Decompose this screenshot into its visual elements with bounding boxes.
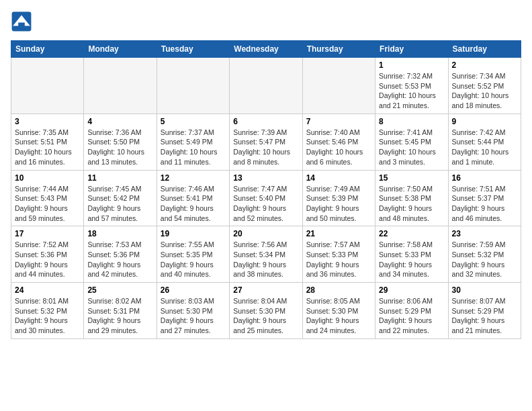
day-number: 8 <box>379 117 444 126</box>
calendar-cell: 28Sunrise: 8:05 AM Sunset: 5:30 PM Dayli… <box>302 283 375 339</box>
day-number: 9 <box>452 117 517 126</box>
logo-icon <box>11 11 32 32</box>
calendar-cell: 16Sunrise: 7:51 AM Sunset: 5:37 PM Dayli… <box>448 170 521 226</box>
day-info: Sunrise: 7:55 AM Sunset: 5:35 PM Dayligh… <box>161 240 226 279</box>
calendar-cell: 15Sunrise: 7:50 AM Sunset: 5:38 PM Dayli… <box>375 170 448 226</box>
calendar-cell <box>157 58 229 114</box>
calendar-cell: 19Sunrise: 7:55 AM Sunset: 5:35 PM Dayli… <box>157 226 229 283</box>
day-info: Sunrise: 7:34 AM Sunset: 5:52 PM Dayligh… <box>452 71 517 111</box>
day-number: 15 <box>379 173 444 183</box>
calendar-cell: 3Sunrise: 7:35 AM Sunset: 5:51 PM Daylig… <box>11 113 84 170</box>
day-info: Sunrise: 8:06 AM Sunset: 5:29 PM Dayligh… <box>379 296 444 336</box>
day-number: 26 <box>161 285 226 295</box>
calendar: SundayMondayTuesdayWednesdayThursdayFrid… <box>11 40 521 339</box>
calendar-cell: 30Sunrise: 8:07 AM Sunset: 5:29 PM Dayli… <box>448 283 521 339</box>
day-info: Sunrise: 7:50 AM Sunset: 5:38 PM Dayligh… <box>379 184 444 224</box>
calendar-cell: 24Sunrise: 8:01 AM Sunset: 5:32 PM Dayli… <box>11 283 84 339</box>
day-number: 16 <box>452 173 517 183</box>
day-number: 1 <box>379 60 444 70</box>
calendar-cell <box>11 58 84 114</box>
calendar-week-1: 3Sunrise: 7:35 AM Sunset: 5:51 PM Daylig… <box>11 113 521 170</box>
day-number: 23 <box>452 229 517 238</box>
calendar-cell: 20Sunrise: 7:56 AM Sunset: 5:34 PM Dayli… <box>230 226 302 283</box>
col-header-sunday: Sunday <box>11 41 84 58</box>
day-number: 19 <box>161 229 226 238</box>
day-number: 24 <box>15 285 80 295</box>
day-number: 17 <box>15 229 80 238</box>
day-number: 22 <box>379 229 444 238</box>
day-number: 29 <box>379 285 444 295</box>
calendar-cell: 12Sunrise: 7:46 AM Sunset: 5:41 PM Dayli… <box>157 170 229 226</box>
day-info: Sunrise: 7:35 AM Sunset: 5:51 PM Dayligh… <box>15 128 80 167</box>
day-info: Sunrise: 7:47 AM Sunset: 5:40 PM Dayligh… <box>233 184 298 224</box>
calendar-cell: 23Sunrise: 7:59 AM Sunset: 5:32 PM Dayli… <box>448 226 521 283</box>
logo <box>11 11 35 32</box>
day-info: Sunrise: 7:51 AM Sunset: 5:37 PM Dayligh… <box>452 184 517 224</box>
day-info: Sunrise: 7:56 AM Sunset: 5:34 PM Dayligh… <box>233 240 298 279</box>
col-header-thursday: Thursday <box>302 41 375 58</box>
day-info: Sunrise: 7:59 AM Sunset: 5:32 PM Dayligh… <box>452 240 517 279</box>
calendar-cell: 17Sunrise: 7:52 AM Sunset: 5:36 PM Dayli… <box>11 226 84 283</box>
calendar-cell: 13Sunrise: 7:47 AM Sunset: 5:40 PM Dayli… <box>230 170 302 226</box>
calendar-cell: 26Sunrise: 8:03 AM Sunset: 5:30 PM Dayli… <box>157 283 229 339</box>
calendar-cell: 18Sunrise: 7:53 AM Sunset: 5:36 PM Dayli… <box>84 226 157 283</box>
page-header <box>11 11 521 32</box>
day-info: Sunrise: 7:44 AM Sunset: 5:43 PM Dayligh… <box>15 184 80 224</box>
day-number: 13 <box>233 173 298 183</box>
day-number: 28 <box>306 285 371 295</box>
day-info: Sunrise: 7:39 AM Sunset: 5:47 PM Dayligh… <box>233 128 298 167</box>
day-number: 10 <box>15 173 80 183</box>
day-number: 30 <box>452 285 517 295</box>
calendar-cell: 22Sunrise: 7:58 AM Sunset: 5:33 PM Dayli… <box>375 226 448 283</box>
day-number: 2 <box>452 60 517 70</box>
day-info: Sunrise: 8:03 AM Sunset: 5:30 PM Dayligh… <box>161 296 226 336</box>
day-info: Sunrise: 7:52 AM Sunset: 5:36 PM Dayligh… <box>15 240 80 279</box>
calendar-cell: 25Sunrise: 8:02 AM Sunset: 5:31 PM Dayli… <box>84 283 157 339</box>
col-header-saturday: Saturday <box>448 41 521 58</box>
calendar-cell: 5Sunrise: 7:37 AM Sunset: 5:49 PM Daylig… <box>157 113 229 170</box>
day-number: 14 <box>306 173 371 183</box>
day-info: Sunrise: 7:53 AM Sunset: 5:36 PM Dayligh… <box>87 240 152 279</box>
calendar-cell: 21Sunrise: 7:57 AM Sunset: 5:33 PM Dayli… <box>302 226 375 283</box>
col-header-wednesday: Wednesday <box>230 41 302 58</box>
day-number: 6 <box>233 117 298 126</box>
day-info: Sunrise: 7:49 AM Sunset: 5:39 PM Dayligh… <box>306 184 371 224</box>
calendar-cell: 29Sunrise: 8:06 AM Sunset: 5:29 PM Dayli… <box>375 283 448 339</box>
day-number: 20 <box>233 229 298 238</box>
day-info: Sunrise: 7:46 AM Sunset: 5:41 PM Dayligh… <box>161 184 226 224</box>
day-info: Sunrise: 7:57 AM Sunset: 5:33 PM Dayligh… <box>306 240 371 279</box>
day-number: 3 <box>15 117 80 126</box>
day-info: Sunrise: 7:42 AM Sunset: 5:44 PM Dayligh… <box>452 128 517 167</box>
day-number: 18 <box>87 229 152 238</box>
col-header-tuesday: Tuesday <box>157 41 229 58</box>
calendar-cell: 2Sunrise: 7:34 AM Sunset: 5:52 PM Daylig… <box>448 58 521 114</box>
day-info: Sunrise: 8:05 AM Sunset: 5:30 PM Dayligh… <box>306 296 371 336</box>
calendar-header-row: SundayMondayTuesdayWednesdayThursdayFrid… <box>11 41 521 58</box>
calendar-cell: 8Sunrise: 7:41 AM Sunset: 5:45 PM Daylig… <box>375 113 448 170</box>
day-number: 25 <box>87 285 152 295</box>
col-header-monday: Monday <box>84 41 157 58</box>
col-header-friday: Friday <box>375 41 448 58</box>
day-number: 7 <box>306 117 371 126</box>
day-info: Sunrise: 7:40 AM Sunset: 5:46 PM Dayligh… <box>306 128 371 167</box>
day-info: Sunrise: 7:45 AM Sunset: 5:42 PM Dayligh… <box>87 184 152 224</box>
svg-rect-2 <box>18 23 25 27</box>
calendar-cell: 1Sunrise: 7:32 AM Sunset: 5:53 PM Daylig… <box>375 58 448 114</box>
calendar-week-2: 10Sunrise: 7:44 AM Sunset: 5:43 PM Dayli… <box>11 170 521 226</box>
day-number: 11 <box>87 173 152 183</box>
day-info: Sunrise: 8:01 AM Sunset: 5:32 PM Dayligh… <box>15 296 80 336</box>
day-number: 21 <box>306 229 371 238</box>
calendar-cell <box>302 58 375 114</box>
day-info: Sunrise: 7:32 AM Sunset: 5:53 PM Dayligh… <box>379 71 444 111</box>
day-info: Sunrise: 7:41 AM Sunset: 5:45 PM Dayligh… <box>379 128 444 167</box>
calendar-week-0: 1Sunrise: 7:32 AM Sunset: 5:53 PM Daylig… <box>11 58 521 114</box>
calendar-cell <box>84 58 157 114</box>
day-number: 27 <box>233 285 298 295</box>
day-info: Sunrise: 8:04 AM Sunset: 5:30 PM Dayligh… <box>233 296 298 336</box>
calendar-cell: 27Sunrise: 8:04 AM Sunset: 5:30 PM Dayli… <box>230 283 302 339</box>
calendar-cell: 7Sunrise: 7:40 AM Sunset: 5:46 PM Daylig… <box>302 113 375 170</box>
calendar-cell: 11Sunrise: 7:45 AM Sunset: 5:42 PM Dayli… <box>84 170 157 226</box>
day-number: 4 <box>87 117 152 126</box>
calendar-week-4: 24Sunrise: 8:01 AM Sunset: 5:32 PM Dayli… <box>11 283 521 339</box>
calendar-cell: 14Sunrise: 7:49 AM Sunset: 5:39 PM Dayli… <box>302 170 375 226</box>
